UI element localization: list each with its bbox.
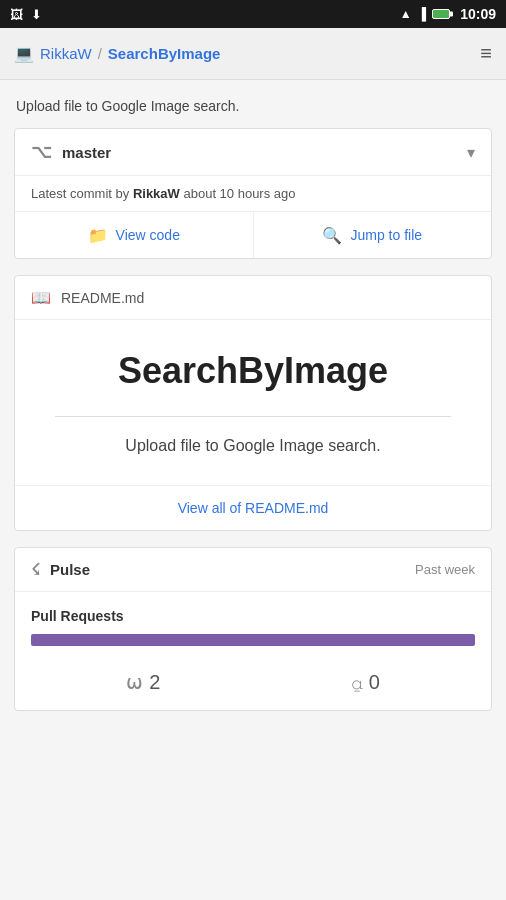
- pulse-header: ☇ Pulse Past week: [15, 548, 491, 592]
- nav-repo-owner[interactable]: RikkaW: [40, 45, 92, 62]
- commit-time: about 10 hours ago: [180, 186, 296, 201]
- pulse-title-row: ☇ Pulse: [31, 560, 90, 579]
- folder-icon: 📁: [88, 226, 108, 245]
- battery-icon: [432, 9, 450, 19]
- status-right-icons: ▲ ▐ 10:09: [400, 6, 496, 22]
- readme-header-label: README.md: [61, 290, 144, 306]
- jump-to-file-button[interactable]: 🔍 Jump to file: [254, 212, 492, 258]
- page-description: Upload file to Google Image search.: [0, 80, 506, 128]
- search-icon: 🔍: [322, 226, 342, 245]
- nav-repo-name[interactable]: SearchByImage: [108, 45, 221, 62]
- commit-row: Latest commit by RikkaW about 10 hours a…: [15, 176, 491, 212]
- status-left-icons: 🖼 ⬇: [10, 7, 42, 22]
- branch-name: master: [62, 144, 111, 161]
- branch-info: ⌥ master: [31, 141, 111, 163]
- readme-card: 📖 README.md SearchByImage Upload file to…: [14, 275, 492, 531]
- readme-header: 📖 README.md: [15, 276, 491, 320]
- readme-project-subtitle: Upload file to Google Image search.: [35, 437, 471, 455]
- commit-text-prefix: Latest commit by: [31, 186, 133, 201]
- branch-icon: ⌥: [31, 141, 52, 163]
- pr-closed-icon: ⍶: [351, 671, 363, 694]
- action-row: 📁 View code 🔍 Jump to file: [15, 212, 491, 258]
- pulse-label: Pulse: [50, 561, 90, 578]
- view-code-button[interactable]: 📁 View code: [15, 212, 254, 258]
- commit-author: RikkaW: [133, 186, 180, 201]
- signal-icon: ▐: [418, 7, 427, 21]
- readme-body: SearchByImage Upload file to Google Imag…: [15, 320, 491, 486]
- pr-open-stat: ⍵ 2: [126, 670, 160, 694]
- status-bar: 🖼 ⬇ ▲ ▐ 10:09: [0, 0, 506, 28]
- jump-to-file-label: Jump to file: [350, 227, 422, 243]
- pulse-body: Pull Requests ⍵ 2 ⍶ 0: [15, 592, 491, 710]
- download-icon: ⬇: [31, 7, 42, 22]
- image-icon: 🖼: [10, 7, 23, 22]
- nav-slash: /: [98, 45, 102, 62]
- pulse-period: Past week: [415, 562, 475, 577]
- wifi-icon: ▲: [400, 7, 412, 21]
- pulse-icon: ☇: [31, 560, 40, 579]
- pr-closed-stat: ⍶ 0: [351, 670, 380, 694]
- pr-open-count: 2: [149, 671, 160, 694]
- branch-card: ⌥ master ▾ Latest commit by RikkaW about…: [14, 128, 492, 259]
- hamburger-menu-button[interactable]: ≡: [480, 42, 492, 65]
- pr-stats-row: ⍵ 2 ⍶ 0: [31, 662, 475, 694]
- view-code-label: View code: [116, 227, 180, 243]
- readme-project-title: SearchByImage: [35, 350, 471, 392]
- readme-divider: [55, 416, 451, 417]
- pull-requests-label: Pull Requests: [31, 608, 475, 624]
- nav-repo-icon: 💻: [14, 44, 34, 63]
- book-icon: 📖: [31, 288, 51, 307]
- view-all-readme-link[interactable]: View all of README.md: [15, 486, 491, 530]
- pr-open-icon: ⍵: [126, 670, 143, 694]
- pull-requests-progress-bar: [31, 634, 475, 646]
- pr-closed-count: 0: [369, 671, 380, 694]
- branch-row: ⌥ master ▾: [15, 129, 491, 176]
- pulse-card: ☇ Pulse Past week Pull Requests ⍵ 2 ⍶ 0: [14, 547, 492, 711]
- nav-title: 💻 RikkaW / SearchByImage: [14, 44, 220, 63]
- top-nav: 💻 RikkaW / SearchByImage ≡: [0, 28, 506, 80]
- time-display: 10:09: [460, 6, 496, 22]
- chevron-down-icon[interactable]: ▾: [467, 143, 475, 162]
